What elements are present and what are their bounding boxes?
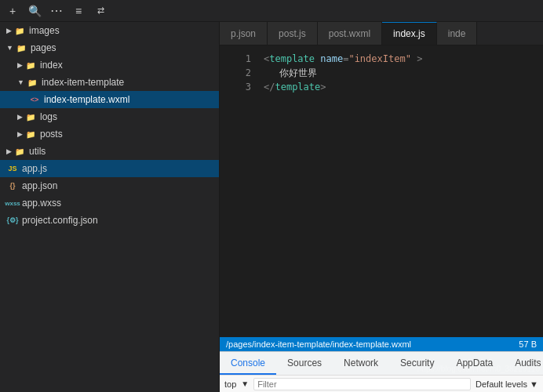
editor-area: p.json post.js post.wxml index.js inde 1… <box>220 22 543 392</box>
line-number-2: 2 <box>228 67 251 78</box>
tab-post-wxml[interactable]: post.wxml <box>318 22 382 45</box>
list-icon[interactable]: ≡ <box>71 3 86 19</box>
tree-label-pages: pages <box>31 42 56 53</box>
devtools-tab-console[interactable]: Console <box>220 352 276 375</box>
tree-item-posts[interactable]: ▶ 📁 posts <box>0 125 219 143</box>
app-container: + 🔍 ⋯ ≡ ⇄ ▶ 📁 images ▼ 📁 pages ▶ 📁 <box>0 0 543 392</box>
folder-icon-index: 📁 <box>24 59 37 71</box>
tree-label-images: images <box>29 25 60 36</box>
main-area: ▶ 📁 images ▼ 📁 pages ▶ 📁 index ▼ 📁 index… <box>0 22 543 392</box>
arrow-pages: ▼ <box>6 44 13 52</box>
tree-label-app-wxss: app.wxss <box>22 198 61 209</box>
folder-icon-posts: 📁 <box>24 128 37 140</box>
js-file-icon-appjs: JS <box>6 162 19 175</box>
tab-index-js[interactable]: index.js <box>382 22 437 45</box>
tab-p-json[interactable]: p.json <box>220 22 268 45</box>
tab-inde[interactable]: inde <box>437 22 478 45</box>
arrow-logs: ▶ <box>17 113 23 121</box>
devtools-tab-sources[interactable]: Sources <box>276 352 333 375</box>
tree-item-app-wxss[interactable]: wxss app.wxss <box>0 194 219 212</box>
folder-icon-utils: 📁 <box>13 145 26 158</box>
code-line-1: 1 <template name="indexItem" > <box>220 52 543 66</box>
json-file-icon-appjson: {} <box>6 180 19 192</box>
file-tree-sidebar: ▶ 📁 images ▼ 📁 pages ▶ 📁 index ▼ 📁 index… <box>0 22 220 392</box>
code-line-3: 3 </template> <box>220 80 543 94</box>
tree-label-index: index <box>40 60 63 71</box>
code-content-2: 你好世界 <box>264 67 317 80</box>
tree-label-index-item-template: index-item-template <box>42 77 124 88</box>
dropdown-arrow-top[interactable]: ▼ <box>241 379 249 388</box>
editor-tab-bar: p.json post.js post.wxml index.js inde <box>220 22 543 45</box>
tab-post-js[interactable]: post.js <box>268 22 318 45</box>
folder-icon-logs: 📁 <box>24 111 37 123</box>
folder-icon-images: 📁 <box>13 24 26 37</box>
tree-item-pages[interactable]: ▼ 📁 pages <box>0 39 219 56</box>
tree-label-index-template-wxml: index-template.wxml <box>44 94 129 105</box>
code-content-3: </template> <box>264 82 326 93</box>
tree-item-index-template-wxml[interactable]: <> index-template.wxml <box>0 91 219 108</box>
wxss-file-icon: wxss <box>6 197 19 209</box>
path-status-bar: /pages/index-item-template/index-templat… <box>220 337 543 351</box>
code-line-2: 2 你好世界 <box>220 66 543 80</box>
file-size: 57 B <box>519 339 537 349</box>
arrow-index-item-template: ▼ <box>17 78 24 86</box>
code-content-1: <template name="indexItem" > <box>264 53 422 64</box>
line-number-1: 1 <box>228 53 251 64</box>
arrow-images: ▶ <box>6 27 12 34</box>
more-icon[interactable]: ⋯ <box>49 3 64 19</box>
wxml-file-icon: <> <box>28 93 41 106</box>
line-number-3: 3 <box>228 82 251 93</box>
filter-input[interactable] <box>253 378 471 390</box>
devtools-bottom-bar: top ▼ Default levels ▼ <box>220 375 543 392</box>
tree-item-app-json[interactable]: {} app.json <box>0 177 219 194</box>
search-icon[interactable]: 🔍 <box>27 3 42 19</box>
tree-label-app-json: app.json <box>22 180 57 191</box>
tree-item-index-item-template[interactable]: ▼ 📁 index-item-template <box>0 74 219 91</box>
devtools-tab-network[interactable]: Network <box>333 352 389 375</box>
default-levels[interactable]: Default levels ▼ <box>476 379 538 389</box>
tree-item-utils[interactable]: ▶ 📁 utils <box>0 143 219 160</box>
tree-label-project-config: project.config.json <box>22 215 98 226</box>
arrow-posts: ▶ <box>17 130 23 138</box>
tree-label-utils: utils <box>29 146 46 157</box>
tree-label-app-js: app.js <box>22 163 47 174</box>
folder-icon-index-item-template: 📁 <box>26 76 38 89</box>
top-label: top <box>224 379 236 389</box>
arrow-utils: ▶ <box>6 147 12 155</box>
tree-item-project-config[interactable]: {⚙} project.config.json <box>0 212 219 229</box>
watermark: https://blog.csdn.net/m0_38229110 <box>414 363 543 375</box>
config-file-icon: {⚙} <box>6 214 19 227</box>
tree-label-posts: posts <box>40 129 63 140</box>
tree-item-images[interactable]: ▶ 📁 images <box>0 22 219 39</box>
tree-item-logs[interactable]: ▶ 📁 logs <box>0 108 219 125</box>
file-path: /pages/index-item-template/index-templat… <box>226 339 411 349</box>
code-editor[interactable]: 1 <template name="indexItem" > 2 你好世界 3 <box>220 45 543 337</box>
folder-icon-pages: 📁 <box>15 42 27 54</box>
tree-item-app-js[interactable]: JS app.js <box>0 160 219 177</box>
top-toolbar: + 🔍 ⋯ ≡ ⇄ <box>0 0 543 22</box>
add-icon[interactable]: + <box>5 3 20 19</box>
tree-item-index[interactable]: ▶ 📁 index <box>0 56 219 74</box>
arrow-index: ▶ <box>17 61 23 69</box>
tree-label-logs: logs <box>40 111 57 122</box>
split-icon[interactable]: ⇄ <box>93 3 108 19</box>
